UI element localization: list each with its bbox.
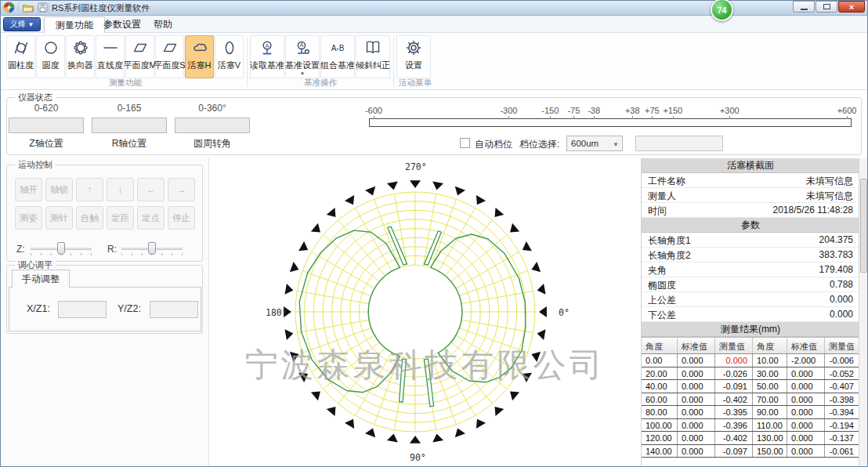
table-header-cell: 角度	[642, 338, 678, 353]
axis-position-field[interactable]	[9, 118, 84, 133]
angle-marker-triangle	[523, 373, 532, 382]
info-row: 下公差0.000	[642, 307, 859, 322]
ribbon-button-label: 圆度	[42, 60, 60, 71]
ribbon-button-commutator[interactable]: 换向器	[66, 35, 95, 78]
ribbon-button-roundness[interactable]: 圆度	[36, 35, 65, 78]
angle-marker-triangle	[531, 352, 541, 362]
motion-button[interactable]: 定点	[137, 206, 165, 230]
maximize-button[interactable]	[816, 1, 837, 13]
yz2-field[interactable]	[150, 301, 198, 318]
row-label: 椭圆度	[648, 279, 676, 292]
table-cell: 0.000	[678, 354, 715, 367]
ribbon-button-cylindricity[interactable]: 圆柱度	[6, 35, 35, 78]
grid-ring	[350, 247, 481, 378]
motion-button[interactable]: 停止	[168, 206, 195, 230]
minimize-button[interactable]	[793, 1, 815, 13]
info-row: 椭圆度0.788	[642, 277, 859, 292]
z-axis-slider[interactable]	[31, 248, 92, 250]
table-cell: 0.000	[787, 419, 825, 432]
ribbon-button-piston-h[interactable]: 活塞H	[185, 35, 214, 78]
axis-label-180: 180°	[266, 307, 288, 318]
gear-select-dropdown[interactable]: 600um ▼	[566, 136, 623, 151]
info-row: 长轴角度1204.375	[642, 233, 859, 248]
ribbon-button-settings-gear[interactable]: 设置	[396, 35, 431, 78]
auto-gear-checkbox[interactable]	[460, 138, 470, 148]
table-cell: -0.402	[715, 393, 753, 406]
ribbon-separator	[393, 36, 394, 86]
app-menu-button[interactable]: 义烽 ▼	[3, 17, 41, 31]
angle-marker-triangle	[298, 373, 308, 382]
ribbon-group-label: 活动菜单	[396, 78, 434, 89]
ruler-mark-label: -600	[365, 106, 382, 115]
axis-label-90: 90°	[410, 452, 426, 463]
row-value: 0.000	[830, 294, 853, 305]
table-row: 60.000.000-0.40270.000.000-0.398	[642, 393, 859, 407]
motion-control-title: 运动控制	[15, 159, 56, 171]
gear-select-value: 600um	[571, 139, 599, 148]
tab-help[interactable]: 帮助	[143, 16, 183, 33]
axis-position-field[interactable]	[92, 118, 167, 133]
angle-marker-triangle	[523, 241, 532, 251]
axis-position-field[interactable]	[175, 118, 250, 133]
motion-button[interactable]: ↑	[76, 178, 103, 201]
motion-button[interactable]: 测姿	[15, 206, 42, 230]
ruler-tick	[374, 116, 374, 119]
ribbon-button-tilt-correct[interactable]: 倾斜纠正	[356, 35, 390, 78]
flatness-m-icon	[131, 38, 150, 57]
close-button[interactable]: ×	[838, 1, 865, 13]
grid-spoke	[374, 199, 400, 267]
motion-button[interactable]: 测针	[45, 206, 73, 230]
row-label: 夹角	[648, 264, 667, 277]
r-axis-slider[interactable]	[121, 248, 183, 250]
row-value: 未填写信息	[806, 190, 853, 203]
ribbon-button-label: 读取基准	[250, 60, 284, 71]
ribbon-button-piston-v[interactable]: 活塞V	[215, 35, 244, 78]
save-icon[interactable]	[37, 2, 49, 14]
table-cell: 0.000	[678, 406, 715, 418]
ruler-mark-label: +150	[663, 106, 682, 115]
table-header-cell: 测量值	[825, 338, 859, 353]
centering-leveling-group: 调心调平 手动调整 X/Z1: Y/Z2:	[6, 265, 203, 334]
gear-value-field[interactable]	[635, 136, 723, 151]
motion-button[interactable]: 定距	[107, 206, 134, 230]
ribbon-button-combine-datum[interactable]: A-B组合基准	[320, 35, 355, 78]
piston-groove-trace	[425, 359, 434, 407]
motion-button[interactable]: 自触	[76, 206, 103, 230]
ribbon-button-straightness[interactable]: 直线度	[96, 35, 125, 78]
info-row: 工件名称未填写信息	[642, 173, 859, 188]
grid-spoke	[374, 356, 400, 424]
table-cell: 20.00	[642, 367, 678, 380]
info-row: 上公差0.000	[642, 292, 859, 307]
ribbon-button-flatness-s[interactable]: 平面度S	[155, 35, 184, 78]
table-cell: 0.000	[678, 367, 715, 380]
row-value: 179.408	[819, 264, 853, 275]
info-row: 夹角179.408	[642, 262, 859, 277]
xz1-field[interactable]	[58, 301, 107, 318]
tab-manual-adjust[interactable]: 手动调整	[12, 270, 70, 288]
instrument-status-group: 仪器状态 0-620Z轴位置0-165R轴位置0-360°圆周转角 -600-3…	[6, 97, 862, 155]
ribbon-button-datum-settings[interactable]: A基准设置▾	[285, 35, 320, 78]
piston-v-icon	[220, 38, 239, 57]
motion-button[interactable]: →	[168, 178, 195, 201]
table-cell: 0.000	[678, 419, 715, 432]
ribbon-button-label: 倾斜纠正	[356, 60, 390, 71]
angle-marker-triangle	[531, 262, 541, 272]
piston-h-icon	[190, 38, 209, 57]
angle-marker-triangle	[495, 208, 505, 217]
motion-button[interactable]: 轴开	[15, 178, 42, 201]
panel-scrollbar[interactable]	[859, 158, 868, 467]
close-icon: ×	[849, 2, 854, 12]
ribbon-group-label: 测量功能	[6, 78, 244, 89]
ruler-tick	[594, 116, 595, 119]
ribbon-button-flatness-m[interactable]: 平面度M	[125, 35, 154, 78]
motion-button[interactable]: ←	[137, 178, 165, 201]
z-slider-ticks	[31, 253, 92, 255]
ruler-mark-label: +38	[625, 106, 640, 115]
table-row: 20.000.000-0.02630.000.000-0.052	[642, 367, 859, 381]
grid-spoke	[297, 291, 369, 303]
motion-button[interactable]: 轴锁	[45, 178, 73, 201]
scrollbar-thumb[interactable]	[860, 179, 867, 273]
ribbon-button-read-datum[interactable]: A读取基准	[250, 35, 284, 78]
open-folder-icon[interactable]	[22, 2, 34, 14]
motion-button[interactable]: ↓	[107, 178, 134, 201]
